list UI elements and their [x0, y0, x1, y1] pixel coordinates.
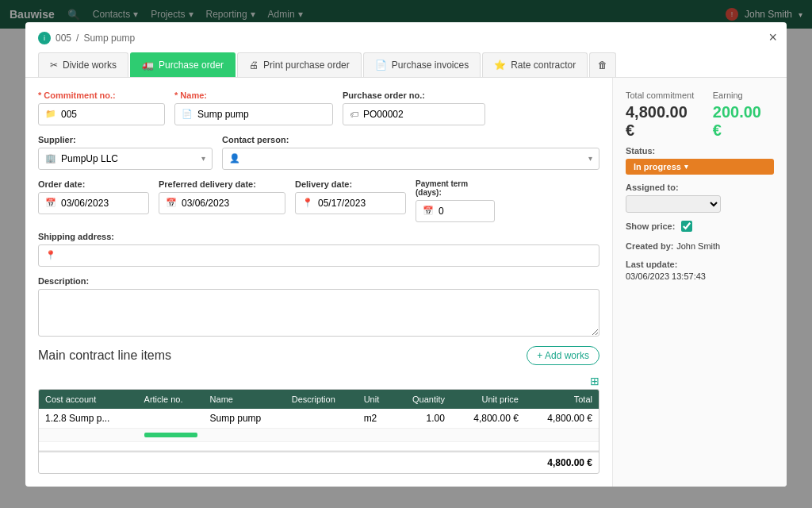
cell-article-no: [138, 409, 204, 429]
table-row-empty: [39, 441, 599, 450]
cell-empty-q: [393, 441, 451, 450]
tab-purchase-invoices[interactable]: 📄 Purchase invoices: [363, 52, 481, 77]
col-article-no: Article no.: [138, 390, 204, 409]
breadcrumb-number: 005: [56, 33, 71, 44]
tab-divide-works[interactable]: ✂ Divide works: [38, 52, 128, 77]
status-row: Status: In progress ▾: [626, 146, 774, 175]
description-label: Description:: [38, 276, 599, 286]
invoice-icon: 📄: [375, 60, 387, 71]
payment-term-label: Payment term(days):: [416, 179, 495, 197]
form-row-1: * Commitment no.: 📁 * Name: 📄: [38, 90, 599, 125]
description-textarea[interactable]: [38, 289, 599, 337]
delivery-date-group: Delivery date: 📍: [295, 179, 406, 214]
delivery-date-field[interactable]: 📍: [295, 192, 406, 214]
cell-quantity: 1.00: [393, 409, 451, 429]
commitment-no-group: * Commitment no.: 📁: [38, 90, 165, 125]
cell-bar-u: [358, 428, 393, 441]
contact-chevron-icon[interactable]: ▾: [588, 154, 592, 163]
supplier-chevron-icon[interactable]: ▾: [201, 154, 205, 163]
commitment-no-label: * Commitment no.:: [38, 90, 165, 100]
order-date-label: Order date:: [38, 179, 149, 189]
cell-empty-n: [204, 441, 285, 450]
tab-delete[interactable]: 🗑: [589, 52, 616, 77]
cell-empty-u: [358, 441, 393, 450]
col-unit: Unit: [358, 390, 393, 409]
tab-print-purchase-order[interactable]: 🖨 Print purchase order: [237, 52, 362, 77]
form-row-5: Description:: [38, 276, 599, 337]
last-update-label: Last update:: [626, 260, 677, 269]
cell-empty-up: [451, 441, 525, 450]
po-number-label: Purchase order no.:: [343, 90, 485, 100]
status-badge[interactable]: In progress ▾: [626, 159, 774, 175]
contact-person-field[interactable]: 👤 ▾: [222, 148, 599, 170]
modal-close-button[interactable]: ×: [768, 30, 777, 44]
form-row-4: Shipping address: 📍: [38, 232, 599, 267]
shipping-address-field[interactable]: 📍: [38, 244, 599, 267]
commitment-no-input[interactable]: [61, 109, 180, 120]
breadcrumb-name: Sump pump: [83, 33, 135, 44]
cell-bar-n: [204, 428, 285, 441]
col-total: Total: [525, 390, 599, 409]
cell-bar-d: [285, 428, 358, 441]
status-label: Status:: [626, 146, 774, 156]
modal-main-content: * Commitment no.: 📁 * Name: 📄: [25, 78, 612, 487]
footer-total: 4,800.00 €: [547, 457, 592, 468]
delivery-date-input[interactable]: [318, 198, 399, 209]
col-description: Description: [285, 390, 358, 409]
contract-table: Cost account Article no. Name Descriptio…: [39, 390, 599, 451]
cell-bar-up: [451, 428, 525, 441]
cell-empty-t: [525, 441, 599, 450]
cell-empty-an: [138, 441, 204, 450]
show-price-checkbox[interactable]: [681, 221, 692, 232]
order-date-input[interactable]: [61, 198, 142, 209]
info-icon: i: [38, 32, 51, 44]
assigned-to-label: Assigned to:: [626, 183, 774, 192]
po-number-field[interactable]: 🏷: [343, 103, 485, 125]
payment-term-field[interactable]: 📅: [416, 200, 495, 222]
contract-table-wrapper: Cost account Article no. Name Descriptio…: [38, 389, 599, 474]
assigned-to-select[interactable]: [626, 195, 721, 213]
green-progress-bar: [144, 433, 197, 437]
earning-block: Earning 200.00 €: [713, 90, 774, 140]
cell-bar-q: [393, 428, 451, 441]
name-label: * Name:: [174, 90, 333, 100]
person-icon: 👤: [229, 153, 240, 164]
preferred-delivery-label: Preferred delivery date:: [159, 179, 285, 189]
created-by-row: Created by: John Smith: [626, 240, 774, 252]
breadcrumb: i 005 / Sump pump: [38, 32, 774, 44]
name-group: * Name: 📄: [174, 90, 333, 125]
shipping-address-input[interactable]: [61, 250, 592, 261]
cell-bar-an: [138, 428, 204, 441]
po-number-input[interactable]: [363, 109, 482, 120]
supplier-field[interactable]: 🏢 PumpUp LLC ▾: [38, 148, 213, 170]
print-icon: 🖨: [249, 60, 259, 71]
delivery-date-label: Delivery date:: [295, 179, 406, 189]
tab-purchase-order[interactable]: 🚛 Purchase order: [130, 52, 236, 77]
show-price-row: Show price:: [626, 221, 774, 232]
modal-body: * Commitment no.: 📁 * Name: 📄: [25, 78, 787, 487]
payment-term-input[interactable]: [439, 206, 488, 217]
modal-sidebar: Total commitment 4,800.00 € Earning 200.…: [612, 78, 787, 487]
commitment-no-field[interactable]: 📁: [38, 103, 165, 125]
name-input[interactable]: [197, 109, 326, 120]
supplier-label: Supplier:: [38, 135, 213, 144]
tag-icon: 🏷: [350, 110, 358, 119]
calendar2-icon: 📅: [166, 198, 177, 208]
add-works-button[interactable]: + Add works: [527, 346, 599, 365]
document-icon: 📄: [182, 109, 193, 119]
preferred-delivery-field[interactable]: 📅: [159, 192, 285, 214]
grid-icon[interactable]: ⊞: [590, 375, 599, 387]
status-chevron-icon: ▾: [684, 163, 688, 171]
name-field[interactable]: 📄: [174, 103, 333, 125]
section-title: Main contract line items: [38, 348, 171, 363]
cell-bar-t: [525, 428, 599, 441]
order-date-field[interactable]: 📅: [38, 192, 149, 214]
preferred-delivery-input[interactable]: [182, 198, 278, 209]
supplier-group: Supplier: 🏢 PumpUp LLC ▾: [38, 135, 213, 170]
tab-rate-contractor[interactable]: ⭐ Rate contractor: [482, 52, 588, 77]
created-by-label: Created by:: [626, 241, 674, 251]
cell-unit: m2: [358, 409, 393, 429]
contact-person-label: Contact person:: [222, 135, 599, 144]
contract-section: Main contract line items + Add works ⊞ C…: [38, 346, 599, 474]
divide-works-icon: ✂: [50, 60, 58, 71]
